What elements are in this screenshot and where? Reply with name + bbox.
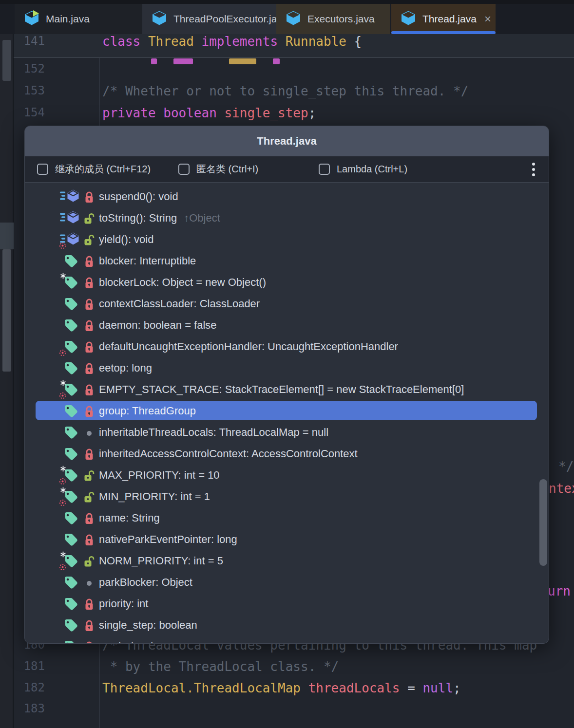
static-modifier-icon [59,478,66,485]
popup-scrollbar-thumb[interactable] [539,479,547,566]
java-class-icon [285,10,302,28]
structure-item[interactable]: stackSize: long [25,636,549,644]
field-icon [59,639,82,644]
structure-item[interactable]: eetop: long [25,357,549,379]
structure-item[interactable]: single_step: boolean [25,615,549,636]
private-lock-icon [83,341,95,354]
static-modifier-icon [59,242,66,249]
line-number: 154 [19,106,45,127]
structure-item[interactable]: priority: int [25,593,549,615]
filter-lambda[interactable]: Lambda (Ctrl+L) [319,156,407,182]
field-icon [59,275,82,290]
public-lock-icon [83,469,96,482]
field-icon [59,360,82,376]
field-icon [63,446,78,462]
method-icon [59,210,82,224]
code-line: 152 [0,62,574,83]
private-lock-icon [83,362,95,375]
private-visibility-icon [83,512,95,525]
left-scroll-rail [0,34,14,728]
tab-label: Thread.java [422,13,477,25]
field-icon [63,403,78,419]
tab-thread-java[interactable]: Thread.java × [391,4,496,34]
checkbox-icon[interactable] [178,164,190,175]
field-icon [63,425,78,440]
line-number: 153 [19,84,45,105]
override-indicator: ↑Object [184,212,220,224]
private-visibility-icon [83,255,95,268]
tab-threadpoolexecutor-java[interactable]: ThreadPoolExecutor.java × [142,4,276,34]
private-visibility-icon [83,384,95,396]
structure-item[interactable]: contextClassLoader: ClassLoader [25,293,549,315]
structure-item[interactable]: daemon: boolean = false [25,315,549,336]
field-icon [59,617,82,633]
code-line: 182ThreadLocal.ThreadLocalMap threadLoca… [0,681,574,702]
structure-item[interactable]: NORM_PRIORITY: int = 5 [25,550,549,572]
tab-executors-java[interactable]: Executors.java [276,4,390,34]
structure-item[interactable]: parkBlocker: Object [25,572,549,593]
field-icon [63,296,78,312]
field-icon [63,575,78,590]
private-visibility-icon [83,341,95,354]
private-lock-icon [83,255,95,268]
package-visibility-icon [83,577,95,589]
java-class-run-icon [23,10,40,28]
method-icon [59,189,82,205]
private-lock-icon [83,384,95,396]
private-visibility-icon [83,619,95,632]
structure-item[interactable]: toString(): String↑Object [25,207,549,229]
close-tab-icon[interactable]: × [484,13,491,25]
checkbox-icon[interactable] [37,164,48,175]
code-fragment: */ [558,459,574,481]
field-icon [63,510,78,526]
structure-item[interactable]: name: String [25,507,549,529]
field-icon [59,339,82,355]
field-icon [59,489,82,504]
private-visibility-icon [83,298,95,311]
structure-item[interactable]: defaultUncaughtExceptionHandler: Uncaugh… [25,336,549,357]
private-lock-icon [83,298,95,311]
structure-item[interactable]: nativeParkEventPointer: long [25,529,549,550]
private-lock-icon [83,619,95,632]
field-icon [59,296,82,312]
file-structure-popup: Thread.java 继承的成员 (Ctrl+F12) 匿名类 (Ctrl+I… [24,126,549,644]
code-fragment: urn [548,584,571,605]
structure-item[interactable]: blockerLock: Object = new Object() [25,272,549,293]
filter-inherited-members[interactable]: 继承的成员 (Ctrl+F12) [37,156,151,182]
private-visibility-icon [83,448,95,461]
more-options-kebab-icon[interactable] [526,156,541,182]
editor-tab-bar: Main.java ThreadPoolExecutor.java × Exec… [0,0,574,34]
line-number: 182 [19,681,45,702]
structure-item[interactable]: blocker: Interruptible [25,250,549,272]
structure-item[interactable]: inheritedAccessControlContext: AccessCon… [25,443,549,465]
private-lock-icon [83,277,95,289]
private-lock-icon [83,319,95,332]
method-icon [59,210,82,226]
field-icon [59,596,82,612]
popup-toolbar: 继承的成员 (Ctrl+F12) 匿名类 (Ctrl+I) Lambda (Ct… [25,156,549,182]
public-visibility-icon [83,234,95,246]
structure-item[interactable]: MAX_PRIORITY: int = 10 [25,465,549,486]
tab-label: Executors.java [307,13,375,25]
structure-item[interactable]: inheritableThreadLocals: ThreadLocalMap … [25,422,549,443]
checkbox-icon[interactable] [319,164,330,175]
private-lock-icon [83,512,95,525]
field-icon [59,253,82,269]
structure-item[interactable]: group: ThreadGroup [25,400,549,422]
structure-item[interactable]: yield(): void [25,229,549,250]
structure-item[interactable]: EMPTY_STACK_TRACE: StackTraceElement[] =… [25,379,549,400]
field-icon [63,639,78,644]
structure-item[interactable]: suspend0(): void [25,186,549,207]
java-class-icon [151,10,168,28]
structure-member-list: suspend0(): void toString(): String↑Obje… [25,183,549,644]
static-modifier-icon [59,349,66,356]
scrollbar-thumb[interactable] [2,249,11,372]
scrollbar-block[interactable] [0,223,14,249]
public-lock-icon [83,491,96,504]
structure-item[interactable]: MIN_PRIORITY: int = 1 [25,486,549,507]
tab-main-java[interactable]: Main.java [15,4,142,34]
filter-anonymous-classes[interactable]: 匿名类 (Ctrl+I) [178,156,258,182]
line-number: 152 [19,62,45,83]
public-visibility-icon [83,212,95,225]
code-line: 154private boolean single_step; [0,106,574,127]
